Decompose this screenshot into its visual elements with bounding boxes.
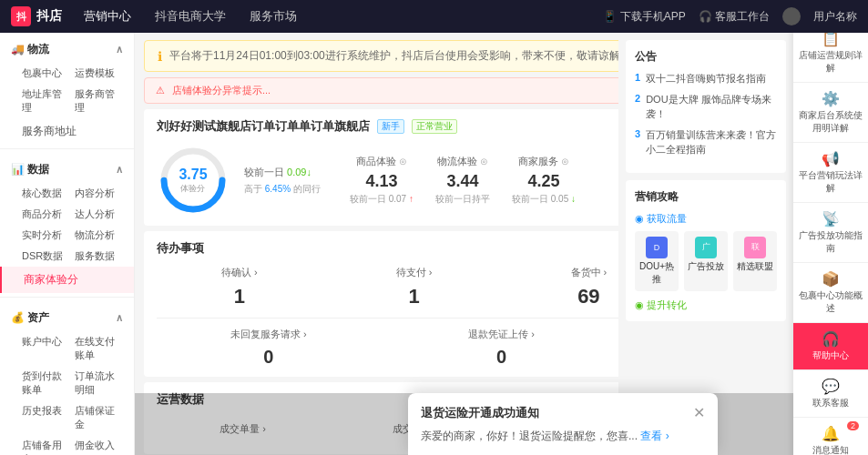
sidebar-item-group: 核心数据 内容分析 xyxy=(0,183,134,204)
mkt-btn-ad[interactable]: 广 广告投放 xyxy=(684,231,728,291)
logo[interactable]: 抖 抖店 xyxy=(11,6,62,26)
marketing-icon: 📢 xyxy=(822,150,840,167)
sidebar-item-group: DSR数据 服务数据 xyxy=(0,246,134,267)
float-item-messages[interactable]: 🔔 消息通知 2 xyxy=(793,418,868,455)
sidebar-item-group: 账户中心 在线支付账单 xyxy=(0,331,134,366)
sidebar-item-cod[interactable]: 货到付款账单 xyxy=(22,369,71,397)
task2-unreplied-value: 0 xyxy=(157,347,381,368)
marketing-tools-grid: D DOU+热推 广 广告投放 联 精选联盟 xyxy=(635,231,777,291)
task-pending-pay-value: 1 xyxy=(332,285,497,308)
download-app-btn[interactable]: 📱 下载手机APP xyxy=(603,9,685,25)
sidebar-item-address-lib[interactable]: 地址库管理 xyxy=(22,87,71,115)
float-item-ad[interactable]: 📡 广告投放功能指南 xyxy=(793,203,868,263)
sidebar-item-realtime-analysis[interactable]: 实时分析 xyxy=(22,228,71,242)
sidebar-section-assets-header[interactable]: 💰 资产 ∧ xyxy=(0,301,134,331)
sidebar-item-online-payment[interactable]: 在线支付账单 xyxy=(75,335,124,362)
sidebar-item-store-deposit[interactable]: 店铺保证金 xyxy=(75,404,124,431)
sidebar-item-service-manage[interactable]: 服务商管理 xyxy=(75,87,124,115)
notice-text-1[interactable]: 双十二抖音嗨购节报名指南 xyxy=(646,72,766,86)
task-pending-pay-label[interactable]: 待支付 › xyxy=(332,266,497,279)
store-info-score: 刘好好测试旗舰店订单订单单订单旗舰店 新手 正常营业 主经营类目 xyxy=(157,118,689,217)
popup-title: 退货运险开通成功通知 xyxy=(421,405,539,421)
dou-label: DOU+热推 xyxy=(638,260,675,286)
sidebar-item-product-analysis[interactable]: 商品分析 xyxy=(22,207,71,221)
info-icon: ℹ xyxy=(158,49,162,64)
nav-item-marketing[interactable]: 营销中心 xyxy=(80,8,135,25)
sidebar-item-core-data[interactable]: 核心数据 xyxy=(22,187,71,200)
top-nav-right: 📱 下载手机APP 🎧 客服工作台 用户名称 xyxy=(603,7,857,25)
score-rank: 高于 6.45% 的同行 xyxy=(244,183,321,196)
sidebar-item-reserve-fund[interactable]: 店铺备用金 xyxy=(22,439,71,455)
popup-box: 退货运险开通成功通知 ✕ 亲爱的商家，你好！退货运险提醒您，您喜... 查看 › xyxy=(408,393,718,455)
task2-refund-cert-value: 0 xyxy=(390,347,614,368)
task2-refund-cert-label[interactable]: 退款凭证上传 › xyxy=(390,328,614,341)
sidebar-item-influencer-analysis[interactable]: 达人分析 xyxy=(75,207,124,221)
sidebar-item-logistics-analysis[interactable]: 物流分析 xyxy=(75,228,124,242)
chevron-icon-assets: ∧ xyxy=(116,312,123,324)
customer-service-btn[interactable]: 🎧 客服工作台 xyxy=(699,9,770,25)
message-icon: 🔔 xyxy=(822,425,840,442)
float-item-package[interactable]: 📦 包裹中心功能概述 xyxy=(793,263,868,323)
metrics-group: 商品体验 ⊙ 4.13 较前一日 0.07 ↑ 物流体验 ⊙ 3.44 较前一日… xyxy=(350,155,576,206)
notice-text-2[interactable]: DOU是大牌 服饰品牌专场来袭！ xyxy=(646,93,777,121)
nav-item-university[interactable]: 抖音电商大学 xyxy=(151,8,230,25)
store-badge-new: 新手 xyxy=(377,119,404,134)
popup-link[interactable]: 查看 › xyxy=(640,430,669,442)
mkt-btn-alliance[interactable]: 联 精选联盟 xyxy=(733,231,777,291)
sidebar-item-dsr[interactable]: DSR数据 xyxy=(22,249,71,263)
logo-icon: 抖 xyxy=(11,6,31,26)
notice-item-3: 3 百万销量训练营来来袭！官方小二全程指南 xyxy=(635,128,777,157)
nav-item-market[interactable]: 服务市场 xyxy=(246,8,301,25)
marketing-section: 营销攻略 ◉ 获取流量 D DOU+热推 广 广告投放 联 精选联盟 xyxy=(626,180,786,321)
notice-item-2: 2 DOU是大牌 服饰品牌专场来袭！ xyxy=(635,93,777,121)
task-pending-pay: 待支付 › 1 xyxy=(332,266,497,308)
float-item-marketing[interactable]: 📢 平台营销玩法详解 xyxy=(793,143,868,203)
alliance-label: 精选联盟 xyxy=(737,260,773,273)
sidebar-item-service-address[interactable]: 服务商地址 xyxy=(0,118,134,145)
metric-product: 商品体验 ⊙ 4.13 较前一日 0.07 ↑ xyxy=(350,155,414,206)
score-details: 较前一日 0.09↓ 高于 6.45% 的同行 xyxy=(244,166,321,196)
sidebar-item-history-report[interactable]: 历史报表 xyxy=(22,404,71,431)
contact-icon: 💬 xyxy=(822,378,840,395)
mkt-btn-dou[interactable]: D DOU+热推 xyxy=(635,231,679,291)
sidebar-item-package-center[interactable]: 包裹中心 xyxy=(22,66,71,80)
user-avatar[interactable] xyxy=(782,7,801,25)
sidebar-item-group: 历史报表 店铺保证金 xyxy=(0,400,134,435)
marketing-title: 营销攻略 xyxy=(635,189,777,205)
ad-label: 广告投放 xyxy=(688,260,724,273)
user-name: 用户名称 xyxy=(813,9,857,25)
error-icon: ⚠ xyxy=(156,85,165,96)
popup-header: 退货运险开通成功通知 ✕ xyxy=(421,404,705,421)
task-pending-confirm-label[interactable]: 待确认 › xyxy=(157,266,322,279)
chevron-icon: ∧ xyxy=(116,44,123,56)
popup-close-btn[interactable]: ✕ xyxy=(693,404,705,421)
sidebar-section-data: 📊 数据 ∧ 核心数据 内容分析 商品分析 达人分析 实时分析 物流分析 DSR… xyxy=(0,153,134,293)
sidebar-item-service-data[interactable]: 服务数据 xyxy=(75,249,124,263)
score-label: 体验分 xyxy=(179,183,207,195)
sidebar-item-group: 包裹中心 运费模板 xyxy=(0,63,134,84)
float-item-help[interactable]: 🎧 帮助中心 xyxy=(793,323,868,370)
sidebar-item-freight-template[interactable]: 运费模板 xyxy=(75,66,124,80)
sidebar-section-logistics-header[interactable]: 🚚 物流 ∧ xyxy=(0,33,134,63)
marketing-traffic: ◉ 获取流量 xyxy=(635,212,777,226)
sidebar-item-content-analysis[interactable]: 内容分析 xyxy=(75,187,124,200)
task2-unreplied: 未回复服务请求 › 0 xyxy=(157,328,381,368)
top-nav-menu: 营销中心 抖音电商大学 服务市场 xyxy=(80,8,301,25)
sidebar-item-order-detail[interactable]: 订单流水明细 xyxy=(75,369,124,397)
sidebar-item-group: 地址库管理 服务商管理 xyxy=(0,84,134,118)
sidebar-item-account-center[interactable]: 账户中心 xyxy=(22,335,71,362)
float-item-system[interactable]: ⚙️ 商家后台系统使用明详解 xyxy=(793,83,868,143)
sidebar-item-merchant-score[interactable]: 商家体验分 xyxy=(0,267,134,293)
notice-text-3[interactable]: 百万销量训练营来来袭！官方小二全程指南 xyxy=(646,128,777,157)
notices-section: 公告 1 双十二抖音嗨购节报名指南 2 DOU是大牌 服饰品牌专场来袭！ 3 百… xyxy=(626,40,786,173)
right-panel: 公告 1 双十二抖音嗨购节报名指南 2 DOU是大牌 服饰品牌专场来袭！ 3 百… xyxy=(618,33,793,455)
float-item-rules[interactable]: 📋 店铺运营规则详解 xyxy=(793,33,868,83)
sidebar-item-group: 店铺备用金 佣金收入 xyxy=(0,435,134,455)
task2-unreplied-label[interactable]: 未回复服务请求 › xyxy=(157,328,381,341)
sidebar-section-assets: 💰 资产 ∧ 账户中心 在线支付账单 货到付款账单 订单流水明细 历史报表 店铺… xyxy=(0,301,134,455)
sidebar-section-data-header[interactable]: 📊 数据 ∧ xyxy=(0,153,134,183)
store-status-badge: 正常营业 xyxy=(412,119,457,134)
ad-icon: 广 xyxy=(695,237,717,258)
float-item-contact[interactable]: 💬 联系客服 xyxy=(793,370,868,418)
sidebar-item-commission[interactable]: 佣金收入 xyxy=(75,439,124,455)
